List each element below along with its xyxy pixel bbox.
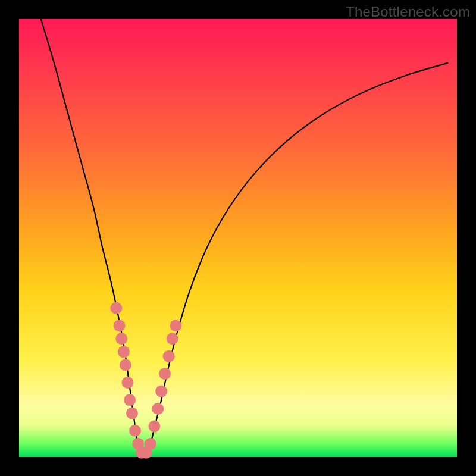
plot-area — [19, 19, 457, 457]
marker-dots — [110, 302, 181, 459]
curve-layer — [19, 19, 457, 457]
marker-dot — [129, 425, 141, 437]
marker-dot — [163, 350, 175, 362]
marker-dot — [159, 368, 171, 380]
marker-dot — [115, 333, 127, 345]
marker-dot — [120, 359, 131, 371]
marker-dot — [124, 394, 136, 406]
chart-frame: TheBottleneck.com — [0, 0, 476, 476]
marker-dot — [155, 386, 167, 397]
marker-dot — [126, 407, 138, 419]
marker-dot — [110, 302, 122, 314]
marker-dot — [167, 333, 178, 345]
marker-dot — [114, 320, 126, 331]
marker-dot — [145, 438, 156, 450]
bottleneck-curve — [41, 19, 448, 455]
marker-dot — [152, 403, 164, 415]
marker-dot — [148, 420, 160, 432]
marker-dot — [122, 377, 134, 389]
marker-dot — [170, 320, 181, 331]
marker-dot — [118, 346, 130, 358]
watermark-text: TheBottleneck.com — [346, 4, 470, 20]
